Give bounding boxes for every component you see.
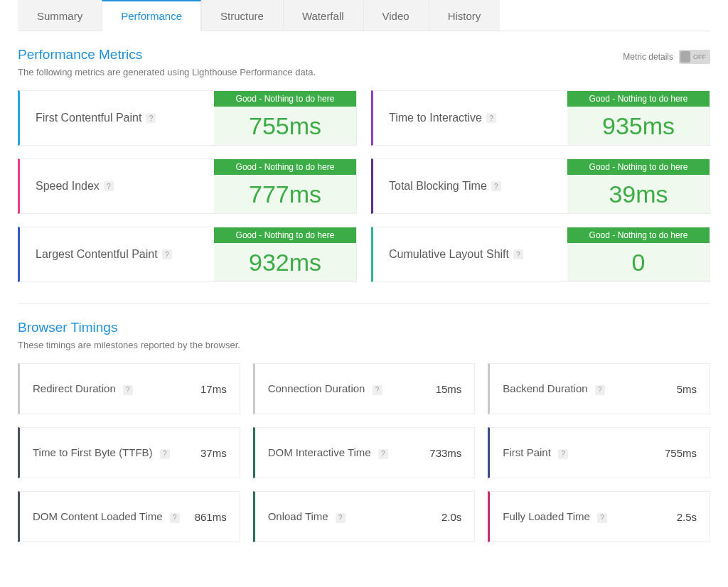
timing-label-onload: Onload Time ? — [268, 510, 346, 522]
timing-value-backend: 5ms — [671, 383, 697, 395]
metric-card-lcp: Largest Contentful Paint ? Good - Nothin… — [18, 227, 357, 282]
help-icon[interactable]: ? — [595, 385, 605, 395]
timing-label-backend-text: Backend Duration — [503, 382, 587, 394]
help-icon[interactable]: ? — [170, 513, 180, 523]
performance-metrics-subtitle: The following metrics are generated usin… — [18, 67, 316, 77]
metric-card-si: Speed Index ? Good - Nothing to do here … — [18, 158, 357, 214]
metric-details-label: Metric details — [623, 52, 673, 62]
tab-summary[interactable]: Summary — [18, 0, 102, 31]
metric-value-tti: Good - Nothing to do here 935ms — [567, 91, 710, 145]
metric-value-si-number: 777ms — [214, 175, 356, 213]
help-icon[interactable]: ? — [336, 513, 346, 523]
metric-label-lcp: Largest Contentful Paint ? — [20, 227, 214, 281]
performance-metrics-grid: First Contentful Paint ? Good - Nothing … — [18, 90, 710, 282]
toggle-state-label: OFF — [690, 53, 709, 60]
help-icon[interactable]: ? — [513, 249, 523, 259]
metric-label-cls-text: Cumulative Layout Shift — [389, 248, 509, 261]
metric-card-tti: Time to Interactive ? Good - Nothing to … — [371, 90, 710, 146]
timing-label-backend: Backend Duration ? — [503, 382, 604, 394]
metric-value-lcp: Good - Nothing to do here 932ms — [214, 227, 356, 281]
help-icon[interactable]: ? — [162, 249, 172, 259]
timing-card-domint: DOM Interactive Time ? 733ms — [253, 427, 476, 478]
metric-label-fcp-text: First Contentful Paint — [36, 112, 141, 124]
help-icon[interactable]: ? — [373, 385, 382, 395]
timing-card-fully: Fully Loaded Time ? 2.5s — [488, 491, 710, 542]
metric-status-tbt: Good - Nothing to do here — [567, 159, 710, 175]
performance-metrics-section: Performance Metrics The following metric… — [18, 31, 710, 282]
metric-value-si: Good - Nothing to do here 777ms — [214, 159, 356, 213]
timing-label-onload-text: Onload Time — [268, 510, 328, 522]
metric-status-lcp: Good - Nothing to do here — [214, 227, 356, 243]
help-icon[interactable]: ? — [491, 181, 501, 191]
timing-label-connection-text: Connection Duration — [268, 382, 365, 394]
timing-card-fpaint: First Paint ? 755ms — [488, 427, 710, 478]
metric-details-toggle[interactable]: OFF — [679, 50, 710, 64]
timing-value-onload: 2.0s — [436, 511, 461, 523]
metric-label-tbt: Total Blocking Time ? — [373, 159, 567, 213]
timing-card-ttfb: Time to First Byte (TTFB) ? 37ms — [18, 427, 240, 478]
timing-card-domcl: DOM Content Loaded Time ? 861ms — [18, 491, 240, 542]
browser-timings-section: Browser Timings These timings are milest… — [18, 304, 710, 542]
metric-value-tbt-number: 39ms — [567, 175, 710, 213]
timing-label-ttfb: Time to First Byte (TTFB) ? — [33, 446, 170, 458]
metric-details-toggle-wrap: Metric details OFF — [623, 50, 710, 64]
timing-value-fully: 2.5s — [671, 511, 697, 523]
timing-label-ttfb-text: Time to First Byte (TTFB) — [33, 446, 153, 458]
metric-card-tbt: Total Blocking Time ? Good - Nothing to … — [371, 158, 710, 214]
help-icon[interactable]: ? — [123, 385, 133, 395]
metric-label-tti: Time to Interactive ? — [373, 91, 567, 145]
metric-value-tti-number: 935ms — [567, 107, 710, 145]
metric-label-fcp: First Contentful Paint ? — [20, 91, 214, 145]
metric-status-tti: Good - Nothing to do here — [567, 91, 710, 107]
timing-label-fully: Fully Loaded Time ? — [503, 510, 607, 522]
tab-waterfall[interactable]: Waterfall — [283, 0, 363, 31]
timing-value-fpaint: 755ms — [659, 447, 697, 459]
timing-card-backend: Backend Duration ? 5ms — [488, 363, 710, 414]
timing-value-domint: 733ms — [424, 447, 461, 459]
timing-value-redirect: 17ms — [195, 383, 227, 395]
timing-label-domcl-text: DOM Content Loaded Time — [33, 510, 163, 522]
browser-timings-title: Browser Timings — [18, 320, 710, 335]
timing-value-connection: 15ms — [430, 383, 462, 395]
metric-label-tti-text: Time to Interactive — [389, 112, 482, 124]
metric-card-cls: Cumulative Layout Shift ? Good - Nothing… — [371, 227, 710, 282]
timing-label-redirect: Redirect Duration ? — [33, 382, 133, 394]
timing-label-domint-text: DOM Interactive Time — [268, 446, 371, 458]
timing-label-fpaint: First Paint ? — [503, 446, 568, 458]
help-icon[interactable]: ? — [597, 513, 607, 523]
help-icon[interactable]: ? — [486, 113, 496, 123]
toggle-knob — [680, 51, 690, 63]
help-icon[interactable]: ? — [160, 449, 170, 459]
metric-value-cls-number: 0 — [567, 243, 710, 281]
metric-label-lcp-text: Largest Contentful Paint — [36, 248, 158, 261]
help-icon[interactable]: ? — [378, 449, 388, 459]
timing-label-fully-text: Fully Loaded Time — [503, 510, 590, 522]
timing-label-connection: Connection Duration ? — [268, 382, 382, 394]
browser-timings-subtitle: These timings are milestones reported by… — [18, 340, 710, 350]
main-tabs: Summary Performance Structure Waterfall … — [18, 0, 710, 31]
tab-video[interactable]: Video — [363, 0, 429, 31]
metric-status-cls: Good - Nothing to do here — [567, 227, 710, 243]
metric-value-fcp: Good - Nothing to do here 755ms — [214, 91, 356, 145]
metric-status-fcp: Good - Nothing to do here — [214, 91, 356, 107]
metric-value-tbt: Good - Nothing to do here 39ms — [567, 159, 710, 213]
performance-metrics-title: Performance Metrics — [18, 47, 316, 63]
metric-card-fcp: First Contentful Paint ? Good - Nothing … — [18, 90, 357, 146]
timing-card-onload: Onload Time ? 2.0s — [253, 491, 476, 542]
timing-label-domcl: DOM Content Loaded Time ? — [33, 510, 180, 522]
help-icon[interactable]: ? — [104, 181, 114, 191]
metric-value-lcp-number: 932ms — [214, 243, 356, 281]
timing-value-ttfb: 37ms — [195, 447, 227, 459]
timing-label-redirect-text: Redirect Duration — [33, 382, 116, 394]
browser-timings-grid: Redirect Duration ? 17ms Connection Dura… — [18, 363, 710, 542]
tab-history[interactable]: History — [429, 0, 500, 31]
help-icon[interactable]: ? — [558, 449, 568, 459]
timing-value-domcl: 861ms — [189, 511, 227, 523]
metric-label-si: Speed Index ? — [20, 159, 214, 213]
help-icon[interactable]: ? — [146, 113, 156, 123]
metric-value-cls: Good - Nothing to do here 0 — [567, 227, 710, 281]
timing-card-redirect: Redirect Duration ? 17ms — [18, 363, 240, 414]
tab-performance[interactable]: Performance — [102, 0, 201, 31]
metric-label-tbt-text: Total Blocking Time — [389, 180, 487, 193]
tab-structure[interactable]: Structure — [201, 0, 283, 31]
